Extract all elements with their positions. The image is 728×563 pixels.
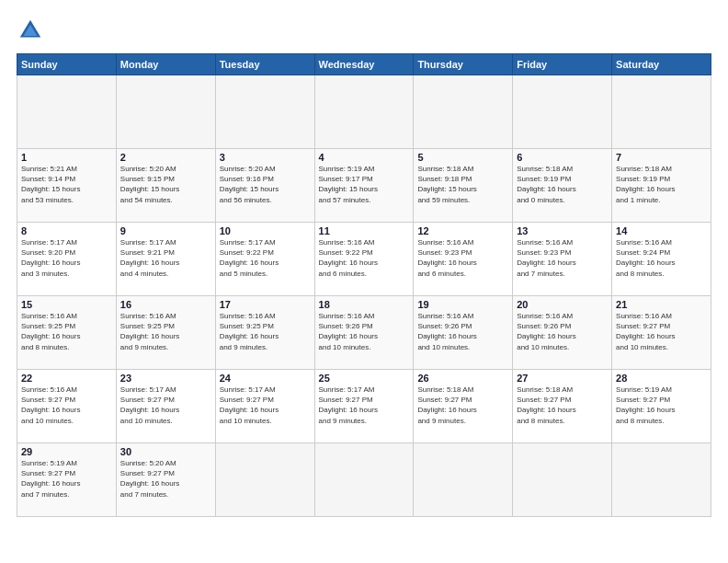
day-number: 16	[120, 299, 211, 310]
table-cell: 1Sunrise: 5:21 AMSunset: 9:14 PMDaylight…	[17, 149, 117, 223]
table-cell: 19Sunrise: 5:16 AMSunset: 9:26 PMDayligh…	[414, 296, 513, 370]
day-number: 23	[120, 373, 211, 384]
calendar-table: Sunday Monday Tuesday Wednesday Thursday…	[17, 53, 711, 517]
day-info: Sunrise: 5:17 AMSunset: 9:21 PMDaylight:…	[120, 237, 211, 279]
day-number: 1	[21, 152, 112, 163]
day-info: Sunrise: 5:20 AMSunset: 9:16 PMDaylight:…	[220, 164, 311, 205]
table-cell	[314, 75, 414, 149]
day-info: Sunrise: 5:18 AMSunset: 9:27 PMDaylight:…	[417, 385, 508, 426]
day-number: 7	[616, 152, 707, 163]
day-number: 2	[120, 152, 211, 163]
day-info: Sunrise: 5:17 AMSunset: 9:20 PMDaylight:…	[21, 237, 112, 279]
table-cell: 12Sunrise: 5:16 AMSunset: 9:23 PMDayligh…	[414, 223, 513, 296]
day-info: Sunrise: 5:19 AMSunset: 9:27 PMDaylight:…	[616, 385, 707, 426]
day-number: 12	[417, 225, 508, 236]
table-cell: 24Sunrise: 5:17 AMSunset: 9:27 PMDayligh…	[215, 370, 314, 443]
day-number: 3	[220, 152, 311, 163]
table-cell: 5Sunrise: 5:18 AMSunset: 9:18 PMDaylight…	[414, 149, 513, 223]
week-row-1: 1Sunrise: 5:21 AMSunset: 9:14 PMDaylight…	[17, 149, 711, 223]
day-info: Sunrise: 5:16 AMSunset: 9:25 PMDaylight:…	[120, 311, 211, 352]
table-cell: 6Sunrise: 5:18 AMSunset: 9:19 PMDaylight…	[513, 149, 612, 223]
day-number: 5	[417, 152, 508, 163]
table-cell	[612, 443, 711, 517]
col-sunday: Sunday	[17, 54, 117, 75]
table-cell	[612, 75, 711, 149]
day-info: Sunrise: 5:16 AMSunset: 9:26 PMDaylight:…	[517, 311, 608, 352]
logo-icon	[17, 17, 44, 44]
day-info: Sunrise: 5:16 AMSunset: 9:26 PMDaylight:…	[417, 311, 508, 352]
table-cell: 3Sunrise: 5:20 AMSunset: 9:16 PMDaylight…	[215, 149, 314, 223]
day-info: Sunrise: 5:18 AMSunset: 9:18 PMDaylight:…	[417, 164, 508, 205]
table-cell: 26Sunrise: 5:18 AMSunset: 9:27 PMDayligh…	[414, 370, 513, 443]
day-number: 20	[517, 299, 608, 310]
day-info: Sunrise: 5:18 AMSunset: 9:27 PMDaylight:…	[517, 385, 608, 426]
day-number: 19	[417, 299, 508, 310]
col-friday: Friday	[513, 54, 612, 75]
day-info: Sunrise: 5:19 AMSunset: 9:27 PMDaylight:…	[21, 458, 112, 500]
day-info: Sunrise: 5:16 AMSunset: 9:22 PMDaylight:…	[319, 237, 410, 279]
table-cell	[17, 75, 117, 149]
day-info: Sunrise: 5:16 AMSunset: 9:27 PMDaylight:…	[21, 385, 112, 426]
day-info: Sunrise: 5:16 AMSunset: 9:27 PMDaylight:…	[616, 311, 707, 352]
table-cell: 16Sunrise: 5:16 AMSunset: 9:25 PMDayligh…	[116, 296, 215, 370]
day-info: Sunrise: 5:20 AMSunset: 9:15 PMDaylight:…	[120, 164, 211, 205]
table-cell: 30Sunrise: 5:20 AMSunset: 9:27 PMDayligh…	[116, 443, 215, 517]
day-number: 13	[517, 225, 608, 236]
table-cell	[414, 75, 513, 149]
day-info: Sunrise: 5:16 AMSunset: 9:23 PMDaylight:…	[417, 237, 508, 279]
week-row-5: 29Sunrise: 5:19 AMSunset: 9:27 PMDayligh…	[17, 443, 711, 517]
day-number: 24	[220, 373, 311, 384]
day-info: Sunrise: 5:19 AMSunset: 9:17 PMDaylight:…	[319, 164, 410, 205]
day-number: 6	[517, 152, 608, 163]
day-info: Sunrise: 5:16 AMSunset: 9:25 PMDaylight:…	[220, 311, 311, 352]
day-info: Sunrise: 5:20 AMSunset: 9:27 PMDaylight:…	[120, 458, 211, 500]
table-cell: 7Sunrise: 5:18 AMSunset: 9:19 PMDaylight…	[612, 149, 711, 223]
col-saturday: Saturday	[612, 54, 711, 75]
table-cell	[215, 443, 314, 517]
table-cell: 18Sunrise: 5:16 AMSunset: 9:26 PMDayligh…	[314, 296, 414, 370]
col-tuesday: Tuesday	[215, 54, 314, 75]
table-cell: 8Sunrise: 5:17 AMSunset: 9:20 PMDaylight…	[17, 223, 117, 296]
table-cell	[215, 75, 314, 149]
day-number: 29	[21, 446, 112, 457]
day-number: 14	[616, 225, 707, 236]
table-cell: 13Sunrise: 5:16 AMSunset: 9:23 PMDayligh…	[513, 223, 612, 296]
day-number: 25	[319, 373, 410, 384]
table-cell	[513, 75, 612, 149]
day-number: 26	[417, 373, 508, 384]
week-row-3: 15Sunrise: 5:16 AMSunset: 9:25 PMDayligh…	[17, 296, 711, 370]
table-cell: 10Sunrise: 5:17 AMSunset: 9:22 PMDayligh…	[215, 223, 314, 296]
table-cell: 29Sunrise: 5:19 AMSunset: 9:27 PMDayligh…	[17, 443, 117, 517]
week-row-2: 8Sunrise: 5:17 AMSunset: 9:20 PMDaylight…	[17, 223, 711, 296]
day-info: Sunrise: 5:17 AMSunset: 9:22 PMDaylight:…	[220, 237, 311, 279]
table-cell: 9Sunrise: 5:17 AMSunset: 9:21 PMDaylight…	[116, 223, 215, 296]
day-info: Sunrise: 5:16 AMSunset: 9:23 PMDaylight:…	[517, 237, 608, 279]
table-cell: 11Sunrise: 5:16 AMSunset: 9:22 PMDayligh…	[314, 223, 414, 296]
day-info: Sunrise: 5:17 AMSunset: 9:27 PMDaylight:…	[120, 385, 211, 426]
day-number: 9	[120, 225, 211, 236]
table-cell	[314, 443, 414, 517]
day-number: 28	[616, 373, 707, 384]
day-number: 15	[21, 299, 112, 310]
day-info: Sunrise: 5:18 AMSunset: 9:19 PMDaylight:…	[517, 164, 608, 205]
table-cell: 21Sunrise: 5:16 AMSunset: 9:27 PMDayligh…	[612, 296, 711, 370]
day-number: 22	[21, 373, 112, 384]
day-info: Sunrise: 5:16 AMSunset: 9:24 PMDaylight:…	[616, 237, 707, 279]
table-cell: 27Sunrise: 5:18 AMSunset: 9:27 PMDayligh…	[513, 370, 612, 443]
day-info: Sunrise: 5:16 AMSunset: 9:26 PMDaylight:…	[319, 311, 410, 352]
table-cell: 23Sunrise: 5:17 AMSunset: 9:27 PMDayligh…	[116, 370, 215, 443]
day-number: 8	[21, 225, 112, 236]
day-number: 11	[319, 225, 410, 236]
day-info: Sunrise: 5:17 AMSunset: 9:27 PMDaylight:…	[319, 385, 410, 426]
day-number: 18	[319, 299, 410, 310]
table-cell	[513, 443, 612, 517]
page: Sunday Monday Tuesday Wednesday Thursday…	[0, 0, 728, 563]
day-info: Sunrise: 5:17 AMSunset: 9:27 PMDaylight:…	[220, 385, 311, 426]
day-number: 21	[616, 299, 707, 310]
col-thursday: Thursday	[414, 54, 513, 75]
logo	[17, 17, 48, 44]
table-cell: 14Sunrise: 5:16 AMSunset: 9:24 PMDayligh…	[612, 223, 711, 296]
table-cell: 20Sunrise: 5:16 AMSunset: 9:26 PMDayligh…	[513, 296, 612, 370]
table-cell: 17Sunrise: 5:16 AMSunset: 9:25 PMDayligh…	[215, 296, 314, 370]
header-row: Sunday Monday Tuesday Wednesday Thursday…	[17, 54, 711, 75]
